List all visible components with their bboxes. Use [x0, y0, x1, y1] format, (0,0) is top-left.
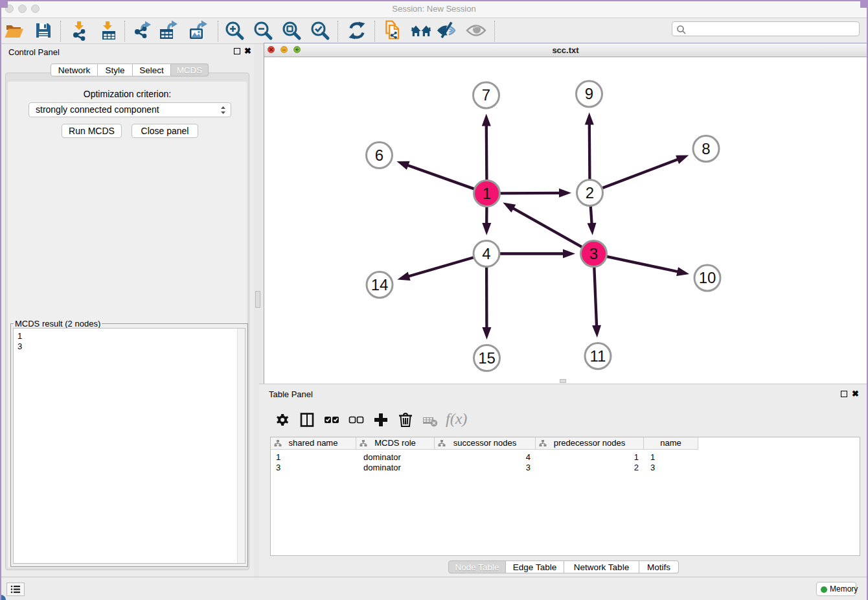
svg-text:9: 9: [585, 85, 593, 102]
svg-text:6: 6: [375, 146, 383, 164]
svg-text:1: 1: [483, 185, 491, 202]
svg-text:3: 3: [589, 245, 598, 262]
svg-text:8: 8: [702, 140, 710, 157]
svg-text:7: 7: [482, 86, 490, 104]
svg-text:2: 2: [586, 184, 594, 202]
svg-text:4: 4: [482, 245, 490, 262]
svg-text:10: 10: [699, 269, 716, 286]
svg-text:11: 11: [590, 347, 606, 365]
svg-text:14: 14: [371, 276, 389, 294]
svg-text:15: 15: [478, 349, 496, 367]
